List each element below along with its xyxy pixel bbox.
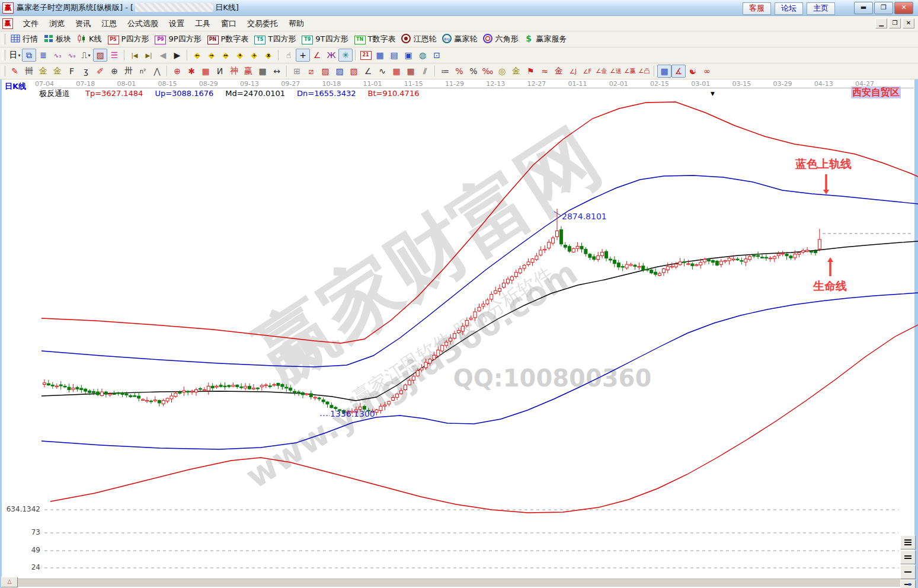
top-marker-icon: ▼ bbox=[711, 91, 715, 97]
candle-slider-button[interactable] bbox=[900, 580, 916, 588]
indicator-value-2: Md=2470.0101 bbox=[225, 89, 285, 98]
region-tag-label: 西安自贸区 bbox=[851, 87, 901, 98]
lower-scale-label: 49 bbox=[2, 546, 40, 554]
indicator-value-4: Bt=910.4716 bbox=[367, 89, 419, 98]
period-label: 日K线 bbox=[5, 81, 26, 92]
x-tick-label: 08-01 bbox=[113, 80, 139, 88]
x-tick-label: 02-01 bbox=[606, 80, 632, 88]
annotation-blue-upper-line: 蓝色上轨线 bbox=[795, 156, 852, 172]
lower-scale-label: 24 bbox=[2, 563, 40, 571]
candle-dense-button[interactable] bbox=[900, 535, 916, 549]
x-tick-label: 08-15 bbox=[155, 80, 181, 88]
indicator-name[interactable]: 极反通道 bbox=[39, 89, 70, 98]
trough-price-label: 1336.1300 bbox=[330, 409, 375, 418]
x-tick-label: 09-13 bbox=[236, 80, 263, 88]
candle-medium-button[interactable] bbox=[900, 550, 916, 564]
indicator-value-0: Tp=3627.1484 bbox=[85, 89, 143, 98]
lower-scale-label: 73 bbox=[2, 528, 40, 536]
x-tick-label: 11-29 bbox=[442, 80, 468, 88]
x-tick-label: 03-29 bbox=[770, 80, 796, 88]
indicator-value-3: Dn=1655.3432 bbox=[297, 89, 356, 98]
candle-wide-button[interactable] bbox=[900, 565, 916, 579]
x-tick-label: 07-18 bbox=[72, 80, 98, 88]
x-tick-label: 11-01 bbox=[360, 80, 386, 88]
x-tick-label: 08-29 bbox=[196, 80, 222, 88]
status-bar bbox=[2, 579, 914, 587]
peak-price-label: 2874.8101 bbox=[562, 212, 607, 221]
indicator-value-1: Up=3088.1676 bbox=[155, 89, 213, 98]
x-tick-label: 10-18 bbox=[318, 80, 344, 88]
annotation-life-line: 生命线 bbox=[813, 279, 847, 294]
svg-text:QQ:100800360: QQ:100800360 bbox=[453, 365, 652, 392]
x-tick-label: 03-01 bbox=[687, 80, 714, 88]
x-tick-label: 01-11 bbox=[565, 80, 591, 88]
expand-panel-button[interactable]: △ bbox=[1, 577, 18, 587]
x-tick-label: 11-15 bbox=[401, 80, 427, 88]
lower-scale-label: 634.1342 bbox=[2, 505, 40, 513]
x-tick-label: 12-27 bbox=[523, 80, 549, 88]
x-tick-label: 12-13 bbox=[482, 80, 508, 88]
x-tick-label: 03-15 bbox=[728, 80, 754, 88]
x-tick-label: 07-04 bbox=[31, 80, 57, 88]
x-tick-label: 02-15 bbox=[647, 80, 673, 88]
x-tick-label: 04-13 bbox=[811, 80, 837, 88]
app-window: { "window": { "app_title": "赢家老子时空周期系统[纵… bbox=[0, 0, 918, 588]
indicator-header: 极反通道Tp=3627.1484Up=3088.1676Md=2470.0101… bbox=[39, 88, 431, 99]
x-tick-label: 09-27 bbox=[277, 80, 303, 88]
